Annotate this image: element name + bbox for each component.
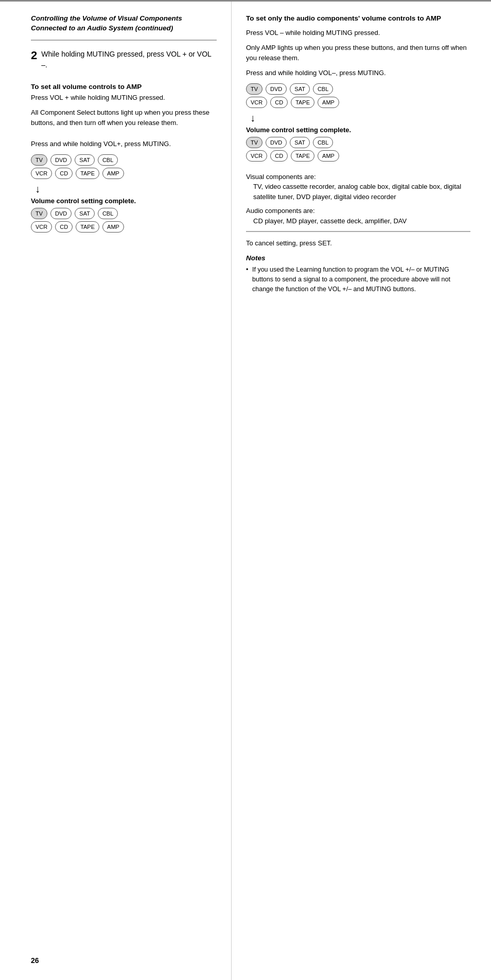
right-subheading: To set only the audio components' volume… [246, 14, 470, 24]
step-number: 2 [31, 50, 37, 61]
right-body2: Only AMP lights up when you press these … [246, 43, 470, 63]
spacer [31, 133, 217, 139]
btn-sat-2: SAT [75, 208, 95, 219]
button-row-2a: TV DVD SAT CBL [31, 208, 217, 219]
btn-tv-2: TV [31, 208, 47, 219]
btn-sat-3: SAT [290, 83, 310, 95]
btn-cd-1: CD [55, 168, 73, 179]
button-group-3: TV DVD SAT CBL VCR CD TAPE AMP [246, 83, 470, 108]
btn-cbl-1: CBL [98, 154, 118, 166]
right-rule [246, 231, 470, 232]
audio-label: Audio components are: [246, 206, 470, 216]
btn-amp-2: AMP [102, 221, 124, 233]
visual-label: Visual components are: [246, 172, 470, 182]
visual-list: TV, video cassette recorder, analog cabl… [246, 182, 470, 202]
btn-dvd-3: DVD [266, 83, 287, 95]
button-row-2b: VCR CD TAPE AMP [31, 221, 217, 233]
btn-sat-4: SAT [290, 137, 310, 148]
left-subheading: To set all volume controls to AMP [31, 83, 217, 91]
left-rule [31, 40, 217, 41]
visual-components: Visual components are: TV, video cassett… [246, 172, 470, 202]
audio-list: CD player, MD player, cassette deck, amp… [246, 216, 470, 226]
button-row-1b: VCR CD TAPE AMP [31, 168, 217, 179]
vol-complete-2: Volume control setting complete. [246, 126, 470, 134]
step-2-block: 2 While holding MUTING pressed, press VO… [31, 49, 217, 70]
btn-cd-4: CD [270, 150, 288, 162]
right-column: To set only the audio components' volume… [232, 2, 491, 980]
btn-dvd-4: DVD [266, 137, 287, 148]
btn-tv-3: TV [246, 83, 262, 95]
btn-amp-4: AMP [318, 150, 339, 162]
btn-tv-1: TV [31, 154, 47, 166]
btn-tape-1: TAPE [76, 168, 99, 179]
btn-tape-2: TAPE [76, 221, 99, 233]
notes-heading: Notes [246, 254, 470, 262]
btn-cbl-2: CBL [98, 208, 118, 219]
button-row-3a: TV DVD SAT CBL [246, 83, 470, 95]
btn-dvd-1: DVD [50, 154, 72, 166]
btn-vcr-1: VCR [31, 168, 52, 179]
left-body3: Press and while holding VOL+, press MUTI… [31, 139, 217, 149]
button-row-3b: VCR CD TAPE AMP [246, 97, 470, 108]
cancel-text: To cancel setting, press SET. [246, 239, 470, 247]
left-column: Controlling the Volume of Visual Compone… [0, 2, 232, 980]
left-body2: All Component Select buttons light up wh… [31, 108, 217, 128]
page: Controlling the Volume of Visual Compone… [0, 0, 491, 980]
vol-complete-1: Volume control setting complete. [31, 197, 217, 205]
btn-cbl-3: CBL [313, 83, 333, 95]
note-1: If you used the Learning function to pro… [246, 265, 470, 294]
button-row-4b: VCR CD TAPE AMP [246, 150, 470, 162]
right-body1: Press VOL – while holding MUTING pressed… [246, 28, 470, 38]
content-area: Controlling the Volume of Visual Compone… [0, 2, 491, 980]
button-group-4: TV DVD SAT CBL VCR CD TAPE AMP [246, 137, 470, 162]
btn-cbl-4: CBL [313, 137, 333, 148]
btn-tape-4: TAPE [291, 150, 314, 162]
left-body1: Press VOL + while holding MUTING pressed… [31, 93, 217, 103]
arrow-1: ↓ [35, 183, 217, 195]
btn-sat-1: SAT [75, 154, 95, 166]
button-group-2: TV DVD SAT CBL VCR CD TAPE AMP [31, 208, 217, 233]
btn-tape-3: TAPE [291, 97, 314, 108]
arrow-2: ↓ [250, 112, 470, 124]
audio-components: Audio components are: CD player, MD play… [246, 206, 470, 226]
btn-vcr-4: VCR [246, 150, 267, 162]
btn-amp-1: AMP [102, 168, 124, 179]
btn-dvd-2: DVD [50, 208, 72, 219]
right-body3: Press and while holding VOL–, press MUTI… [246, 68, 470, 78]
notes-list: If you used the Learning function to pro… [246, 265, 470, 294]
button-row-4a: TV DVD SAT CBL [246, 137, 470, 148]
btn-cd-3: CD [270, 97, 288, 108]
left-header: Controlling the Volume of Visual Compone… [31, 14, 217, 33]
btn-amp-3: AMP [318, 97, 339, 108]
page-number: 26 [31, 956, 39, 965]
btn-cd-2: CD [55, 221, 73, 233]
button-row-1a: TV DVD SAT CBL [31, 154, 217, 166]
note-1-text: If you used the Learning function to pro… [252, 266, 450, 293]
btn-tv-4: TV [246, 137, 262, 148]
spacer-right [246, 166, 470, 172]
btn-vcr-2: VCR [31, 221, 52, 233]
step-text: While holding MUTING pressed, press VOL … [41, 49, 217, 70]
btn-vcr-3: VCR [246, 97, 267, 108]
button-group-1: TV DVD SAT CBL VCR CD TAPE AMP [31, 154, 217, 179]
